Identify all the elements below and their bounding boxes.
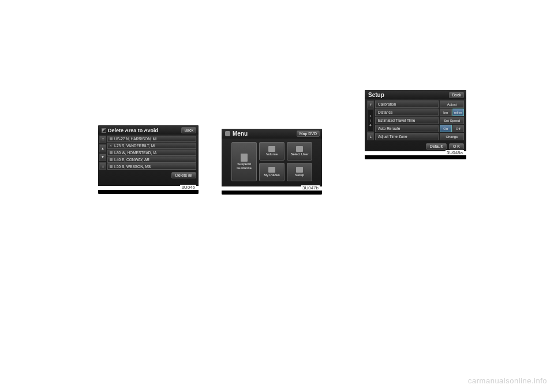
scroll-column: ⤒ ▲ ▼ ⤓ <box>99 136 106 170</box>
list-item[interactable]: I-75 S, VANDERBILT, MI <box>107 143 196 149</box>
scroll-down-button[interactable]: ▼ <box>99 154 106 161</box>
row-label: Calibration <box>375 100 439 108</box>
setup-row-auto-reroute: Auto Reroute On Off <box>375 125 464 132</box>
figure-ref: 3U048a <box>446 150 464 155</box>
select-user-tile[interactable]: Select User <box>287 142 312 160</box>
back-button[interactable]: Back <box>181 127 196 133</box>
header: Setup Back <box>365 90 466 99</box>
default-button[interactable]: Default <box>426 143 447 150</box>
watermark: carmanualsonline.info <box>468 376 547 385</box>
my-places-tile[interactable]: My Places <box>259 163 285 181</box>
setup-row-time-zone: Adjust Time Zone Change <box>375 133 464 140</box>
set-speed-button[interactable]: Set Speed <box>440 117 464 124</box>
menu-icon <box>225 131 230 136</box>
tile-label: My Places <box>264 173 280 177</box>
list-item[interactable]: I-80 W, HOMESTEAD, IA <box>107 150 196 156</box>
screen-title: Setup <box>368 92 384 98</box>
figure-ref: 3U046 <box>180 185 196 190</box>
title-text: Menu <box>233 130 248 137</box>
delete-area-screen: Delete Area to Avoid Back ⤒ ▲ ▼ ⤓ US-27 … <box>98 125 199 194</box>
figure-ref: 3U047b <box>301 185 320 191</box>
row-label: Distance <box>375 109 439 116</box>
row-label: Auto Reroute <box>375 125 439 132</box>
page-indicator: 1/4 <box>367 109 374 132</box>
adjust-button[interactable]: Adjust <box>440 100 464 108</box>
map-dvd-button[interactable]: Map DVD <box>297 130 320 137</box>
pencil-icon <box>102 128 106 133</box>
suspend-guidance-tile[interactable]: SuspendGuidance <box>231 142 257 181</box>
screen-title: Menu <box>225 130 248 137</box>
back-button[interactable]: Back <box>449 92 464 98</box>
row-label: Adjust Time Zone <box>375 133 439 140</box>
page-up-button[interactable]: ⤒ <box>367 100 374 109</box>
user-icon <box>296 146 303 152</box>
setup-screen: Setup Back ⤒ 1/4 ⤓ Calibration Adjust Di… <box>365 90 466 159</box>
screen-title: Delete Area to Avoid <box>102 128 158 133</box>
ok-button[interactable]: O K <box>449 143 464 150</box>
page-down-button[interactable]: ⤓ <box>367 132 374 140</box>
setup-row-calibration: Calibration Adjust <box>375 100 464 108</box>
scroll-top-button[interactable]: ⤒ <box>99 136 106 143</box>
setup-rows: Calibration Adjust Distance km miles Est… <box>375 100 464 140</box>
tile-label: Setup <box>295 173 304 177</box>
menu-grid: SuspendGuidance Volume Select User My Pl… <box>222 139 322 185</box>
flag-icon <box>268 167 275 173</box>
on-button[interactable]: On <box>440 125 452 132</box>
page-column: ⤒ 1/4 ⤓ <box>367 100 374 140</box>
suspend-icon <box>241 154 248 162</box>
scroll-up-button[interactable]: ▲ <box>99 144 106 152</box>
setup-row-distance: Distance km miles <box>375 109 464 116</box>
change-button[interactable]: Change <box>440 133 464 140</box>
setup-tile[interactable]: Setup <box>287 163 312 181</box>
header: Delete Area to Avoid Back <box>98 125 199 135</box>
scroll-bottom-button[interactable]: ⤓ <box>99 162 106 170</box>
tile-label: SuspendGuidance <box>237 162 252 170</box>
tile-label: Volume <box>266 152 278 156</box>
volume-icon <box>268 146 275 152</box>
volume-tile[interactable]: Volume <box>259 142 285 160</box>
title-text: Delete Area to Avoid <box>108 128 158 133</box>
row-label: Estimated Travel Time <box>375 117 439 124</box>
setup-icon <box>296 167 303 173</box>
area-list: US-27 N, HARRISON, MI I-75 S, VANDERBILT… <box>107 136 196 170</box>
miles-button[interactable]: miles <box>452 109 465 116</box>
menu-screen: Menu Map DVD SuspendGuidance Volume Sele… <box>222 129 322 195</box>
off-button[interactable]: Off <box>452 125 465 132</box>
km-button[interactable]: km <box>440 109 452 116</box>
tile-label: Select User <box>290 152 308 156</box>
list-item[interactable]: US-27 N, HARRISON, MI <box>107 136 196 142</box>
list-item[interactable]: I-55 S, WESSON, MS <box>107 163 196 170</box>
setup-row-travel-time: Estimated Travel Time Set Speed <box>375 117 464 124</box>
list-item[interactable]: I-40 E, CONWAY, AR <box>107 156 196 163</box>
delete-all-button[interactable]: Delete all <box>171 172 196 178</box>
header: Menu Map DVD <box>222 129 322 139</box>
